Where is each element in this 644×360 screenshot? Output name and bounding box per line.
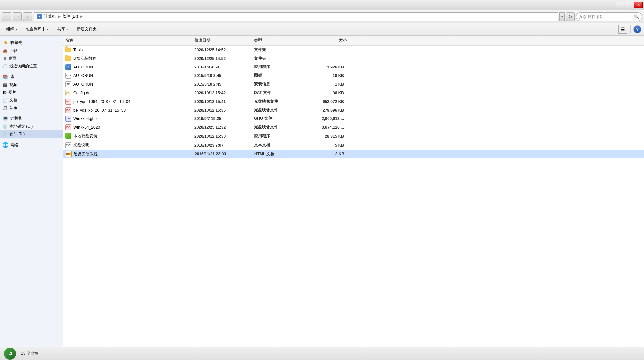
file-size: 2,900,813 ... [307, 116, 347, 121]
new-folder-label: 新建文件夹 [77, 26, 97, 32]
file-date: 2016/11/21 22:03 [195, 152, 254, 156]
image-label: 图片 [8, 90, 16, 95]
maximize-button[interactable]: □ [625, 2, 633, 8]
table-row[interactable]: ISO pe_yqs_1064_20_07_31_16_04 2020/10/1… [63, 97, 644, 106]
file-name: U盘安装教程 [65, 56, 194, 61]
sidebar-item-local-d[interactable]: 💿 软件 (D:) [0, 130, 63, 138]
table-row[interactable]: ISO pe_yqs_xp_20_07_31_15_53 2020/10/12 … [63, 106, 644, 114]
sidebar-item-doc[interactable]: 📄 文档 [0, 96, 63, 104]
include-arrow: ▾ [47, 28, 49, 31]
library-header[interactable]: 📚 库 [0, 72, 63, 81]
minimize-button[interactable]: ─ [616, 2, 624, 8]
back-button[interactable]: ← [2, 12, 11, 21]
file-date: 2016/1/8 4:54 [194, 65, 254, 69]
organize-button[interactable]: 组织 ▾ [3, 25, 21, 34]
computer-header[interactable]: 💻 计算机 [0, 114, 63, 123]
view-button[interactable]: ☰ [618, 25, 627, 34]
favorites-section: ★ 收藏夹 📥 下载 🖥 桌面 🕐 最近访问的位置 [0, 38, 63, 70]
local-d-label: 软件 (D:) [9, 131, 25, 137]
file-icon-icon: ICO [65, 73, 71, 79]
help-button[interactable]: ? [633, 25, 641, 33]
file-type: GHO 文件 [254, 116, 307, 121]
file-icon-iso: ISO [65, 124, 71, 130]
hdd-c-icon: 💿 [3, 124, 8, 129]
file-name: Tools [65, 48, 194, 52]
file-name: ISO pe_yqs_xp_20_07_31_15_53 [65, 107, 194, 113]
table-row[interactable]: DAT Config.dat 2020/10/12 15:42 DAT 文件 3… [63, 89, 644, 97]
refresh-button[interactable]: ↻ [566, 12, 575, 21]
share-label: 共享 [57, 26, 65, 32]
sidebar-item-desktop[interactable]: 🖥 桌面 [0, 55, 63, 62]
table-row[interactable]: U盘安装教程 2020/12/25 14:52 文件夹 [63, 54, 644, 63]
file-type: HTML 文档 [254, 151, 307, 157]
toolbar-divider [630, 25, 631, 33]
file-name: ICO AUTORUN [65, 73, 194, 79]
col-header-name[interactable]: 名称 [65, 38, 194, 43]
share-button[interactable]: 共享 ▾ [54, 25, 72, 34]
table-row[interactable]: Tools 2020/12/25 14:52 文件夹 [63, 46, 644, 54]
sidebar-item-music[interactable]: 🎵 音乐 [0, 104, 63, 112]
organize-arrow: ▾ [16, 28, 17, 31]
title-bar: ─ □ ✕ [0, 0, 644, 10]
search-input[interactable] [579, 14, 633, 19]
network-header[interactable]: 🌐 网络 [0, 141, 63, 149]
sidebar-item-image[interactable]: 🖼 图片 [0, 89, 63, 96]
table-row[interactable]: ISO Win7x64_2020 2020/12/25 11:32 光盘映像文件… [63, 123, 644, 132]
desktop-label: 桌面 [8, 56, 16, 61]
up-button[interactable]: ↑ [23, 12, 32, 21]
path-sep-1: ▶ [58, 14, 61, 19]
computer-icon: 💻 [2, 115, 9, 121]
file-size: 5 KB [307, 143, 347, 148]
file-size: 1,926 KB [307, 65, 347, 69]
file-type: 应用程序 [254, 133, 307, 139]
file-size: 10 KB [307, 73, 347, 78]
address-dropdown[interactable]: ▾ [559, 12, 565, 21]
new-folder-button[interactable]: 新建文件夹 [73, 25, 100, 34]
include-library-button[interactable]: 包含到库中 ▾ [22, 25, 52, 34]
sidebar-item-video[interactable]: 🎬 视频 [0, 81, 63, 89]
forward-button[interactable]: → [13, 12, 22, 21]
file-list: Tools 2020/12/25 14:52 文件夹 U盘安装教程 2020/1… [63, 46, 644, 347]
table-row[interactable]: INF AUTORUN 2015/5/10 2:45 安装信息 1 KB [63, 80, 644, 89]
music-icon: 🎵 [3, 106, 8, 110]
table-row[interactable]: ICO AUTORUN 2015/5/10 2:45 图标 10 KB [63, 71, 644, 80]
file-name: GHO Win7x64.gho [65, 116, 194, 122]
hdd-d-icon: 💿 [3, 132, 8, 137]
table-row[interactable]: 本地硬盘安装 2020/10/12 15:30 应用程序 28,315 KB [63, 132, 644, 141]
sidebar-item-recent[interactable]: 🕐 最近访问的位置 [0, 62, 63, 70]
status-logo: 🖥 [4, 348, 16, 360]
recent-label: 最近访问的位置 [9, 63, 37, 69]
file-date: 2020/12/25 14:52 [194, 48, 254, 52]
search-box[interactable]: 🔍 [576, 12, 642, 21]
file-name: DAT Config.dat [65, 90, 194, 96]
recent-icon: 🕐 [3, 64, 8, 68]
video-icon: 🎬 [3, 83, 8, 87]
favorites-header[interactable]: ★ 收藏夹 [0, 38, 63, 47]
file-size: 279,696 KB [307, 108, 347, 112]
search-icon: 🔍 [634, 14, 639, 19]
folder-icon: 📥 [3, 49, 8, 53]
path-drive: 软件 (D:) [63, 14, 78, 19]
file-icon-inf: INF [65, 81, 71, 87]
close-button[interactable]: ✕ [634, 2, 643, 8]
file-type: 文件夹 [254, 56, 307, 61]
file-date: 2015/5/10 2:45 [194, 82, 254, 87]
col-header-size[interactable]: 大小 [307, 38, 347, 43]
col-header-type[interactable]: 类型 [254, 38, 307, 43]
path-sep-2: ▶ [80, 14, 83, 19]
sidebar-item-download[interactable]: 📥 下载 [0, 47, 63, 55]
address-path[interactable]: ● 计算机 ▶ 软件 (D:) ▶ [34, 12, 558, 21]
file-date: 2020/10/12 15:42 [194, 91, 254, 95]
table-row[interactable]: TXT 光盘说明 2016/10/23 7:07 文本文档 5 KB [63, 141, 644, 150]
sidebar-item-local-c[interactable]: 💿 本地磁盘 (C:) [0, 123, 63, 130]
network-label: 网络 [10, 142, 18, 148]
table-row[interactable]: GHO Win7x64.gho 2019/9/7 19:25 GHO 文件 2,… [63, 114, 644, 123]
col-header-date[interactable]: 修改日期 [194, 38, 254, 43]
doc-icon: 📄 [3, 98, 8, 103]
table-row[interactable]: ⚙ AUTORUN 2016/1/8 4:54 应用程序 1,926 KB [63, 63, 644, 71]
file-icon-app2 [65, 133, 71, 140]
file-type: 图标 [254, 73, 307, 78]
table-row[interactable]: HTM 硬盘安装教程 2016/11/21 22:03 HTML 文档 3 KB [63, 150, 644, 158]
file-date: 2019/9/7 19:25 [194, 116, 254, 121]
main-layout: ★ 收藏夹 📥 下载 🖥 桌面 🕐 最近访问的位置 📚 库 [0, 36, 644, 347]
